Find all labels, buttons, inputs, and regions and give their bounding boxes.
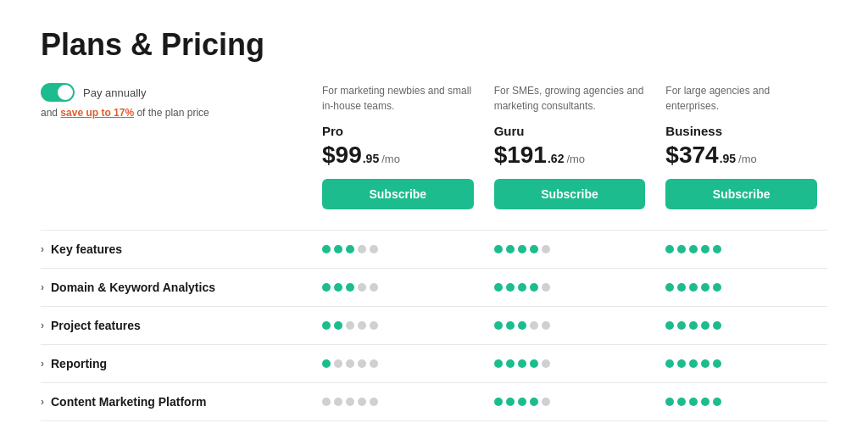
feature-dots-guru (484, 359, 656, 368)
price-cents-business: .95 (720, 152, 736, 165)
dot-filled (677, 283, 686, 292)
dot-empty (542, 398, 550, 406)
save-suffix: of the plan price (134, 107, 209, 119)
dot-empty (542, 359, 550, 368)
plan-col-business: For large agencies and enterprises. Busi… (655, 83, 827, 209)
dot-empty (322, 398, 331, 406)
feature-dots-guru (484, 398, 656, 406)
dot-empty (370, 359, 378, 368)
plan-description-business: For large agencies and enterprises. (665, 83, 817, 114)
feature-row: ›Project features (41, 307, 827, 345)
dot-filled (701, 245, 709, 253)
plan-name-guru: Guru (494, 124, 646, 138)
price-dollar-guru: $191 (494, 142, 547, 169)
dot-filled (701, 283, 709, 292)
feature-dots-guru (484, 283, 656, 292)
dot-filled (665, 283, 674, 292)
dot-filled (530, 283, 538, 292)
dot-empty (334, 398, 342, 406)
dot-filled (346, 283, 354, 292)
dot-filled (494, 398, 503, 406)
plan-description-pro: For marketing newbies and small in-house… (322, 83, 474, 114)
chevron-icon: › (41, 281, 44, 293)
header-row: Pay annually and save up to 17% of the p… (41, 83, 827, 209)
feature-dots-business (655, 321, 827, 330)
dot-filled (518, 321, 526, 330)
plan-price-business: $374.95/mo (665, 142, 817, 169)
feature-dots-pro (312, 398, 484, 406)
dot-empty (370, 245, 378, 253)
price-cents-guru: .62 (548, 152, 564, 165)
feature-dots-pro (312, 245, 484, 253)
chevron-icon: › (41, 358, 44, 370)
feature-dots-guru (484, 245, 656, 253)
dot-empty (358, 359, 366, 368)
feature-dots-business (655, 398, 827, 406)
price-period-pro: /mo (381, 153, 400, 165)
dot-filled (334, 321, 342, 330)
feature-row: ›Domain & Keyword Analytics (41, 269, 827, 307)
feature-name[interactable]: ›Content Marketing Platform (41, 395, 312, 409)
plan-price-guru: $191.62/mo (494, 142, 646, 169)
dot-filled (701, 398, 709, 406)
dot-filled (494, 321, 503, 330)
subscribe-button-pro[interactable]: Subscribe (322, 179, 474, 209)
dot-filled (677, 359, 686, 368)
feature-dots-business (655, 359, 827, 368)
dot-empty (370, 398, 378, 406)
dot-empty (530, 321, 538, 330)
subscribe-button-guru[interactable]: Subscribe (494, 179, 646, 209)
feature-dots-business (655, 245, 827, 253)
dot-filled (689, 245, 698, 253)
dot-filled (334, 245, 342, 253)
subscribe-button-business[interactable]: Subscribe (665, 179, 817, 209)
dot-empty (346, 359, 354, 368)
save-text: and save up to 17% of the plan price (41, 107, 295, 119)
feature-name[interactable]: ›Reporting (41, 357, 312, 370)
dot-filled (334, 283, 342, 292)
dot-empty (358, 245, 366, 253)
dot-filled (689, 283, 698, 292)
dot-empty (542, 283, 550, 292)
dot-filled (530, 398, 538, 406)
dot-filled (677, 398, 686, 406)
dot-filled (518, 359, 526, 368)
dot-filled (518, 245, 526, 253)
dot-filled (322, 283, 331, 292)
price-dollar-pro: $99 (322, 142, 362, 169)
price-cents-pro: .95 (363, 152, 379, 165)
dot-filled (494, 245, 503, 253)
dot-empty (358, 398, 366, 406)
feature-dots-business (655, 283, 827, 292)
feature-name[interactable]: ›Domain & Keyword Analytics (41, 281, 312, 294)
dot-filled (518, 283, 526, 292)
dot-filled (346, 245, 354, 253)
feature-name[interactable]: ›Project features (41, 319, 312, 332)
price-dollar-business: $374 (665, 142, 718, 169)
dot-filled (322, 321, 331, 330)
dot-filled (506, 398, 515, 406)
dot-filled (518, 398, 526, 406)
dot-filled (506, 321, 515, 330)
annual-toggle[interactable] (41, 83, 75, 102)
dot-filled (689, 359, 698, 368)
dot-filled (665, 321, 674, 330)
plan-col-guru: For SMEs, growing agencies and marketing… (484, 83, 656, 209)
dot-empty (370, 283, 378, 292)
dot-empty (542, 245, 550, 253)
save-prefix: and (41, 107, 60, 119)
dot-filled (689, 398, 698, 406)
dot-filled (713, 359, 721, 368)
plan-name-pro: Pro (322, 124, 474, 138)
dot-filled (506, 283, 515, 292)
dot-filled (677, 321, 686, 330)
dot-filled (322, 245, 331, 253)
feature-row: ›Content Marketing Platform (41, 383, 827, 421)
dot-filled (494, 359, 503, 368)
feature-name[interactable]: ›Key features (41, 242, 312, 256)
dot-filled (506, 359, 515, 368)
dot-filled (665, 398, 674, 406)
feature-dots-guru (484, 321, 656, 330)
dot-filled (713, 321, 721, 330)
dot-filled (677, 245, 686, 253)
